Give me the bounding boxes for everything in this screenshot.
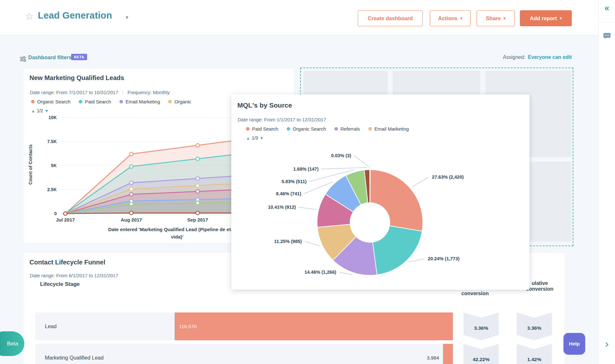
dashboard-switcher-caret-icon[interactable]: ▾ [126,14,128,21]
rail-divider [599,22,615,23]
data-point-marker[interactable] [64,212,67,215]
add-report-label: Add report [530,15,557,21]
share-button[interactable]: Share ▾ [477,10,515,26]
expand-panel-icon[interactable]: › [599,338,615,349]
pie-slice-label: 11.25% (985) [274,239,302,244]
data-point-marker[interactable] [130,181,133,185]
stage-count: 3,984 [427,344,439,364]
pie-slice-label: 8.46% (741) [276,191,301,196]
data-point-marker[interactable] [196,157,200,161]
label-leader-line [299,207,316,209]
svg-text:0: 0 [54,211,57,216]
pie-slice-label: 20.24% (1,773) [428,256,459,261]
funnel-title: Contact Lifecycle Funnel [29,259,105,266]
data-point-marker[interactable] [130,202,133,206]
pie-slice-label: 5.83% (511) [282,179,307,184]
stage-conversion-header: conversion [453,291,497,296]
pie-slice[interactable] [373,226,422,275]
svg-text:2.5K: 2.5K [47,187,57,192]
data-point-marker[interactable] [196,201,200,205]
funnel-row-mql: Marketing Qualified Lead 3,984 [35,344,453,364]
create-dashboard-button[interactable]: Create dashboard [358,10,423,26]
label-leader-line [305,241,320,246]
donut-chart[interactable]: 27.63% (2,420)20.24% (1,773)14.46% (1,26… [231,94,529,290]
pie-slice-label: 0.03% (3) [331,153,351,158]
label-leader-line [408,259,425,262]
stage-count: 118,570 [179,312,197,340]
right-side-rail: « › [598,0,615,364]
data-point-marker[interactable] [196,211,200,215]
data-point-marker[interactable] [130,165,133,168]
pie-slice-label: 1.68% (147) [293,166,319,172]
assigned-label: Assigned: [503,54,525,60]
funnel-bar-area: 3,984 [175,344,453,364]
everyone-can-edit-link[interactable]: Everyone can edit [528,54,572,60]
label-leader-line [354,156,370,167]
data-point-marker[interactable] [196,144,200,147]
label-leader-line [412,177,429,187]
data-point-marker[interactable] [196,177,200,180]
svg-text:10K: 10K [48,115,57,120]
data-point-marker[interactable] [130,211,133,215]
svg-text:Jul 2017: Jul 2017 [56,217,75,222]
funnel-bar[interactable] [443,344,453,364]
share-label: Share [486,15,501,21]
favorite-star-icon[interactable]: ☆ [25,12,34,21]
pie-slice-label: 10.41% (912) [268,205,296,210]
svg-text:7.5K: 7.5K [47,139,57,144]
assigned-status: Assigned:Everyone can edit [503,54,572,60]
svg-text:5K: 5K [51,163,57,168]
pie-slice-label: 14.46% (1,266) [304,270,336,275]
beta-fab-button[interactable]: Beta [0,331,24,356]
data-point-marker[interactable] [196,184,200,188]
pie-slice-label: 27.63% (2,420) [432,174,463,180]
beta-badge: BETA [71,54,87,60]
svg-text:Count of Contacts: Count of Contacts [28,144,33,185]
collapse-panel-icon[interactable]: « [599,3,615,13]
funnel-bar-area: 118,570 [175,312,453,340]
cumulative-conversion-badge: 3.36% [517,312,552,340]
label-leader-line [340,272,353,275]
header-bar: ☆ Lead Generation ▾ Create dashboard Act… [0,0,598,35]
actions-button[interactable]: Actions ▾ [430,10,471,26]
data-point-marker[interactable] [130,193,133,196]
data-point-marker[interactable] [130,187,133,191]
label-leader-line [321,167,367,169]
stage-label: Marketing Qualified Lead [45,344,103,364]
stage-conversion-badge: 42.22% [463,344,499,364]
caret-down-icon: ▾ [460,16,462,20]
funnel-bar[interactable] [175,312,453,340]
caret-down-icon: ▾ [560,16,562,20]
stage-conversion-badge: 3.36% [463,312,499,340]
hubspot-dashboard-page: ☆ Lead Generation ▾ Create dashboard Act… [0,0,615,364]
filters-icon[interactable] [20,56,26,63]
lifecycle-stage-header: Lifecycle Stage [40,281,80,287]
comments-icon[interactable] [603,33,611,40]
add-report-button[interactable]: Add report ▾ [520,10,572,26]
mql-by-source-card[interactable]: MQL's by Source Date range: From 1/1/201… [231,94,529,290]
help-fab-button[interactable]: Help [563,333,585,355]
cumulative-conversion-badge: 1.42% [517,344,552,364]
svg-text:Sep 2017: Sep 2017 [187,217,208,222]
page-title: Lead Generation [38,10,112,21]
caret-down-icon: ▾ [504,16,505,20]
funnel-daterange: Date range: From 6/1/2017 to 12/31/2017 [30,273,118,278]
data-point-marker[interactable] [196,190,200,193]
stage-label: Lead [45,312,57,340]
actions-label: Actions [438,15,458,21]
dashboard-filters-link[interactable]: Dashboard filters [28,54,72,61]
pie-slice[interactable] [370,170,370,203]
data-point-marker[interactable] [130,152,133,156]
x-axis-title: Date entered 'Marketing Qualified Lead (… [103,226,251,240]
create-dashboard-label: Create dashboard [368,15,413,21]
svg-text:Aug 2017: Aug 2017 [121,217,142,222]
funnel-row-lead: Lead 118,570 [35,312,453,340]
pie-slice[interactable] [370,170,423,231]
